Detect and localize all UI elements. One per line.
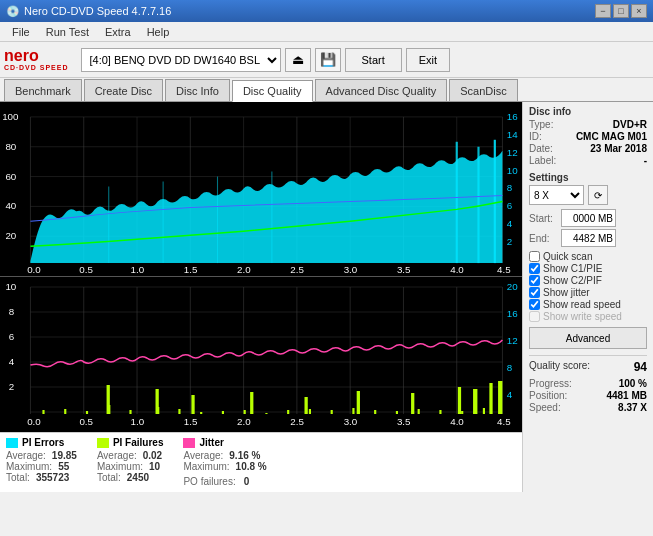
- pi-errors-legend: PI Errors Average: 19.85 Maximum: 55 Tot…: [6, 437, 77, 487]
- pi-failures-header: PI Failures: [97, 437, 164, 448]
- legend-area: PI Errors Average: 19.85 Maximum: 55 Tot…: [0, 432, 522, 491]
- c1pie-checkbox[interactable]: [529, 263, 540, 274]
- svg-text:2.0: 2.0: [237, 265, 251, 275]
- c1pie-row: Show C1/PIE: [529, 263, 647, 274]
- pi-errors-color: [6, 438, 18, 448]
- start-button[interactable]: Start: [345, 48, 402, 72]
- svg-text:80: 80: [5, 142, 16, 152]
- pi-failures-legend: PI Failures Average: 0.02 Maximum: 10 To…: [97, 437, 164, 487]
- tab-scandisc[interactable]: ScanDisc: [449, 79, 517, 101]
- svg-text:3.0: 3.0: [344, 416, 358, 427]
- nero-logo-sub: CD·DVD SPEED: [4, 64, 69, 71]
- svg-text:10: 10: [507, 166, 518, 176]
- speed-row: 8 X 4 X 2 X 1 X ⟳: [529, 185, 647, 205]
- disc-id-row: ID: CMC MAG M01: [529, 131, 647, 142]
- svg-text:4.0: 4.0: [450, 416, 464, 427]
- bottom-chart-svg: 10 8 6 4 2 20 16 12 8 4: [0, 277, 522, 432]
- save-button[interactable]: 💾: [315, 48, 341, 72]
- svg-text:4.5: 4.5: [497, 416, 511, 427]
- end-mb-input[interactable]: [561, 229, 616, 247]
- svg-text:2.5: 2.5: [290, 265, 304, 275]
- quick-scan-checkbox[interactable]: [529, 251, 540, 262]
- titlebar-title-area: 💿 Nero CD-DVD Speed 4.7.7.16: [6, 5, 171, 18]
- quality-score-value: 94: [634, 360, 647, 374]
- svg-text:100: 100: [2, 112, 18, 122]
- jitter-header: Jitter: [183, 437, 266, 448]
- speed-refresh-button[interactable]: ⟳: [588, 185, 608, 205]
- svg-text:1.5: 1.5: [184, 265, 198, 275]
- position-value: 4481 MB: [606, 390, 647, 401]
- svg-text:3.0: 3.0: [344, 265, 358, 275]
- svg-text:4: 4: [9, 356, 14, 367]
- jitter-max-row: Maximum: 10.8 %: [183, 461, 266, 472]
- svg-text:4: 4: [507, 220, 512, 230]
- tab-disc-info[interactable]: Disc Info: [165, 79, 230, 101]
- svg-text:12: 12: [507, 335, 518, 346]
- progress-value: 100 %: [619, 378, 647, 389]
- speed-value: 8.37 X: [618, 402, 647, 413]
- progress-section: Progress: 100 % Position: 4481 MB Speed:…: [529, 378, 647, 413]
- c2pif-checkbox[interactable]: [529, 275, 540, 286]
- eject-button[interactable]: ⏏: [285, 48, 311, 72]
- advanced-button[interactable]: Advanced: [529, 327, 647, 349]
- c1pie-label: Show C1/PIE: [543, 263, 602, 274]
- svg-rect-99: [305, 397, 308, 414]
- write-speed-row: Show write speed: [529, 311, 647, 322]
- svg-text:4.0: 4.0: [450, 265, 464, 275]
- read-speed-label: Show read speed: [543, 299, 621, 310]
- maximize-button[interactable]: □: [613, 4, 629, 18]
- read-speed-row: Show read speed: [529, 299, 647, 310]
- pi-failures-max-row: Maximum: 10: [97, 461, 164, 472]
- svg-text:6: 6: [9, 331, 14, 342]
- disc-info-title: Disc info: [529, 106, 647, 117]
- tab-advanced-disc-quality[interactable]: Advanced Disc Quality: [315, 79, 448, 101]
- pi-errors-total-row: Total: 355723: [6, 472, 77, 483]
- menu-file[interactable]: File: [4, 24, 38, 40]
- write-speed-label: Show write speed: [543, 311, 622, 322]
- quality-score-label: Quality score:: [529, 360, 590, 374]
- svg-text:3.5: 3.5: [397, 265, 411, 275]
- svg-text:60: 60: [5, 172, 16, 182]
- start-mb-input[interactable]: [561, 209, 616, 227]
- minimize-button[interactable]: −: [595, 4, 611, 18]
- bottom-chart: 10 8 6 4 2 20 16 12 8 4: [0, 277, 522, 432]
- tab-create-disc[interactable]: Create Disc: [84, 79, 163, 101]
- chart-area: 100 80 60 40 20 16 14 12 10 8 6 4 2: [0, 102, 523, 492]
- progress-row: Progress: 100 %: [529, 378, 647, 389]
- drive-select[interactable]: [4:0] BENQ DVD DD DW1640 BSLB: [81, 48, 281, 72]
- app-logo: nero CD·DVD SPEED: [4, 48, 69, 71]
- speed-row: Speed: 8.37 X: [529, 402, 647, 413]
- jitter-checkbox-label: Show jitter: [543, 287, 590, 298]
- svg-text:1.0: 1.0: [131, 416, 145, 427]
- speed-select[interactable]: 8 X 4 X 2 X 1 X: [529, 185, 584, 205]
- speed-label: Speed:: [529, 402, 561, 413]
- svg-rect-97: [191, 395, 194, 414]
- read-speed-checkbox[interactable]: [529, 299, 540, 310]
- menu-help[interactable]: Help: [139, 24, 178, 40]
- jitter-row: Show jitter: [529, 287, 647, 298]
- svg-text:0.0: 0.0: [27, 416, 41, 427]
- pi-failures-total-row: Total: 2450: [97, 472, 164, 483]
- menu-runtest[interactable]: Run Test: [38, 24, 97, 40]
- titlebar-controls: − □ ×: [595, 4, 647, 18]
- svg-rect-95: [107, 385, 110, 414]
- top-chart: 100 80 60 40 20 16 14 12 10 8 6 4 2: [0, 102, 522, 277]
- svg-text:0.5: 0.5: [79, 416, 93, 427]
- tab-benchmark[interactable]: Benchmark: [4, 79, 82, 101]
- svg-text:4.5: 4.5: [497, 265, 511, 275]
- quality-score-row: Quality score: 94: [529, 355, 647, 374]
- tab-disc-quality[interactable]: Disc Quality: [232, 80, 313, 102]
- exit-button[interactable]: Exit: [406, 48, 450, 72]
- svg-text:0.0: 0.0: [27, 265, 41, 275]
- close-button[interactable]: ×: [631, 4, 647, 18]
- progress-label: Progress:: [529, 378, 572, 389]
- svg-rect-105: [498, 381, 502, 414]
- jitter-checkbox[interactable]: [529, 287, 540, 298]
- svg-rect-96: [156, 389, 159, 414]
- svg-text:6: 6: [507, 202, 512, 212]
- pi-errors-max-row: Maximum: 55: [6, 461, 77, 472]
- svg-text:16: 16: [507, 112, 518, 122]
- svg-rect-101: [411, 393, 414, 414]
- menu-extra[interactable]: Extra: [97, 24, 139, 40]
- top-chart-svg: 100 80 60 40 20 16 14 12 10 8 6 4 2: [0, 102, 522, 276]
